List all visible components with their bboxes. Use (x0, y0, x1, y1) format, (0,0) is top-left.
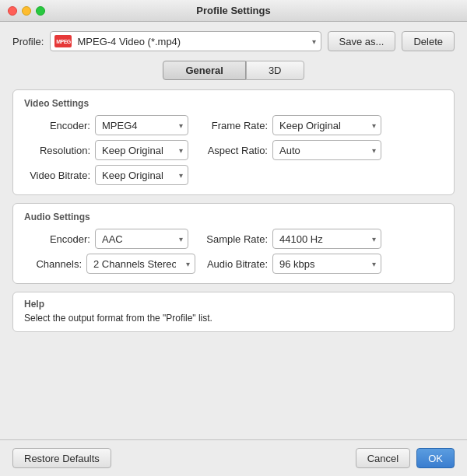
title-bar: Profile Settings (0, 0, 467, 22)
videobitrate-row: Video Bitrate: Keep Original 8000 kbps 4… (24, 165, 443, 185)
aspectratio-label: Aspect Ratio: (202, 145, 268, 156)
samplerate-select-wrapper: 44100 Hz 48000 Hz 22050 Hz 16000 Hz (272, 229, 381, 249)
profile-select-wrapper: MPEG MPEG-4 Video (*.mp4) AVI Video (*.a… (50, 31, 321, 51)
samplerate-select[interactable]: 44100 Hz 48000 Hz 22050 Hz 16000 Hz (272, 229, 381, 249)
traffic-lights (8, 6, 45, 16)
resolution-aspectratio-row: Resolution: Keep Original 1920x1080 1280… (24, 140, 443, 160)
videobitrate-select-wrapper: Keep Original 8000 kbps 4000 kbps 2000 k… (95, 165, 188, 185)
encoder-framerate-row: Encoder: MPEG4 H.264 H.265 VP9 Frame Rat… (24, 115, 443, 135)
maximize-button[interactable] (36, 6, 45, 16)
video-settings-section: Video Settings Encoder: MPEG4 H.264 H.26… (12, 89, 455, 195)
framerate-field: Frame Rate: Keep Original 24 fps 25 fps … (202, 115, 443, 135)
channels-select[interactable]: 2 Channels Stereo 1 Channel Mono 5.1 Sur… (86, 254, 195, 274)
resolution-label: Resolution: (24, 145, 90, 156)
save-as-button[interactable]: Save as... (328, 31, 396, 51)
encoder-field: Encoder: MPEG4 H.264 H.265 VP9 (24, 115, 195, 135)
resolution-select-wrapper: Keep Original 1920x1080 1280x720 854x480 (95, 140, 188, 160)
channels-select-wrapper: 2 Channels Stereo 1 Channel Mono 5.1 Sur… (86, 254, 195, 274)
delete-button[interactable]: Delete (402, 31, 455, 51)
audiobitrate-select[interactable]: 96 kbps 128 kbps 192 kbps 256 kbps 320 k… (272, 254, 381, 274)
resolution-select[interactable]: Keep Original 1920x1080 1280x720 854x480 (95, 140, 188, 160)
bottom-bar: Restore Defaults Cancel OK (0, 439, 467, 476)
channels-audiobitrate-row: Channels: 2 Channels Stereo 1 Channel Mo… (24, 254, 443, 274)
encoder-select[interactable]: MPEG4 H.264 H.265 VP9 (95, 115, 188, 135)
main-content: Profile: MPEG MPEG-4 Video (*.mp4) AVI V… (0, 22, 467, 439)
videobitrate-select[interactable]: Keep Original 8000 kbps 4000 kbps 2000 k… (95, 165, 188, 185)
bottom-right-buttons: Cancel OK (356, 448, 455, 468)
audio-settings-title: Audio Settings (24, 212, 443, 222)
encoder-select-wrapper: MPEG4 H.264 H.265 VP9 (95, 115, 188, 135)
audio-encoder-samplerate-row: Encoder: AAC MP3 AC3 FLAC Sample Rate: 4… (24, 229, 443, 249)
framerate-select-wrapper: Keep Original 24 fps 25 fps 30 fps 60 fp… (272, 115, 381, 135)
videobitrate-field: Video Bitrate: Keep Original 8000 kbps 4… (24, 165, 195, 185)
minimize-button[interactable] (22, 6, 31, 16)
encoder-label: Encoder: (24, 120, 90, 131)
cancel-button[interactable]: Cancel (356, 448, 410, 468)
mpeg-badge: MPEG (54, 35, 72, 47)
tabs-row: General 3D (12, 61, 455, 80)
close-button[interactable] (8, 6, 17, 16)
ok-button[interactable]: OK (416, 448, 455, 468)
videobitrate-label: Video Bitrate: (24, 170, 90, 181)
audiobitrate-label: Audio Bitrate: (202, 258, 268, 270)
restore-defaults-button[interactable]: Restore Defaults (12, 448, 111, 468)
profile-select[interactable]: MPEG-4 Video (*.mp4) AVI Video (*.avi) M… (50, 31, 321, 51)
aspectratio-select-wrapper: Auto 16:9 4:3 1:1 (272, 140, 381, 160)
audio-encoder-field: Encoder: AAC MP3 AC3 FLAC (24, 229, 195, 249)
samplerate-label: Sample Rate: (202, 233, 268, 245)
audio-settings-section: Audio Settings Encoder: AAC MP3 AC3 FLAC… (12, 203, 455, 284)
window-title: Profile Settings (196, 5, 270, 16)
channels-label: Channels: (24, 258, 82, 270)
framerate-label: Frame Rate: (202, 120, 268, 131)
aspectratio-field: Aspect Ratio: Auto 16:9 4:3 1:1 (202, 140, 443, 160)
audiobitrate-select-wrapper: 96 kbps 128 kbps 192 kbps 256 kbps 320 k… (272, 254, 381, 274)
audiobitrate-field: Audio Bitrate: 96 kbps 128 kbps 192 kbps… (202, 254, 443, 274)
help-text: Select the output format from the "Profi… (24, 313, 443, 324)
resolution-field: Resolution: Keep Original 1920x1080 1280… (24, 140, 195, 160)
aspectratio-select[interactable]: Auto 16:9 4:3 1:1 (272, 140, 381, 160)
profile-label: Profile: (12, 36, 44, 47)
tab-3d[interactable]: 3D (246, 61, 304, 80)
help-section: Help Select the output format from the "… (12, 292, 455, 332)
channels-field: Channels: 2 Channels Stereo 1 Channel Mo… (24, 254, 195, 274)
profile-row: Profile: MPEG MPEG-4 Video (*.mp4) AVI V… (12, 31, 455, 51)
audio-encoder-select-wrapper: AAC MP3 AC3 FLAC (95, 229, 188, 249)
tab-general[interactable]: General (163, 61, 245, 80)
audio-encoder-label: Encoder: (24, 233, 90, 245)
video-settings-title: Video Settings (24, 98, 443, 109)
audio-encoder-select[interactable]: AAC MP3 AC3 FLAC (95, 229, 188, 249)
samplerate-field: Sample Rate: 44100 Hz 48000 Hz 22050 Hz … (202, 229, 443, 249)
framerate-select[interactable]: Keep Original 24 fps 25 fps 30 fps 60 fp… (272, 115, 381, 135)
help-title: Help (24, 299, 443, 310)
